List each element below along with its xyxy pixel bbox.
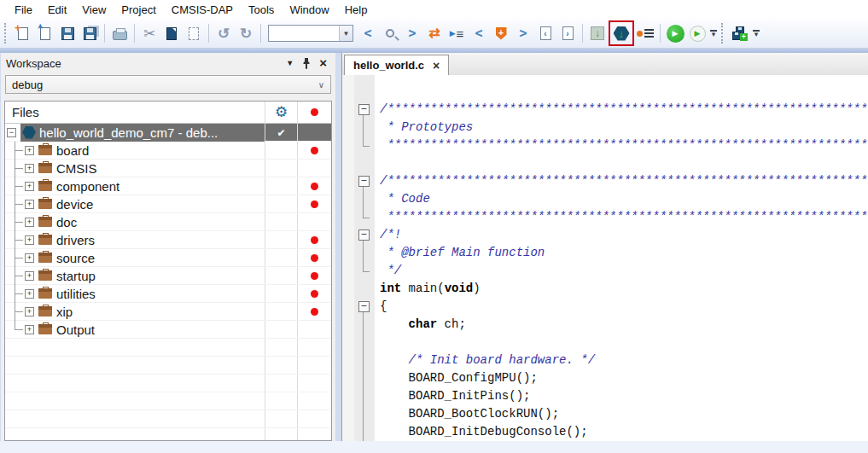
tab-close-icon[interactable]: × <box>433 61 440 71</box>
find-next-button[interactable]: > <box>401 22 423 44</box>
menu-tools[interactable]: Tools <box>241 2 282 18</box>
quick-search-dropdown[interactable]: ▼ <box>339 26 352 41</box>
toolbar-overflow-button[interactable] <box>710 30 717 37</box>
quick-search-input[interactable] <box>269 26 339 40</box>
open-document-button[interactable] <box>34 22 56 44</box>
tree-row[interactable]: utilities <box>5 285 331 303</box>
fold-marker[interactable] <box>342 405 375 423</box>
toolbar2-overflow-button[interactable] <box>753 30 760 37</box>
save-all-button[interactable] <box>79 22 101 44</box>
menu-project[interactable]: Project <box>114 2 163 18</box>
tree-row[interactable]: device <box>5 195 331 213</box>
paste-button[interactable] <box>183 22 205 44</box>
fold-marker[interactable] <box>342 136 375 154</box>
toolbar2-grip[interactable] <box>721 23 726 44</box>
tree-row[interactable]: startup <box>5 267 331 285</box>
fold-marker[interactable] <box>342 208 375 226</box>
find-previous-button[interactable]: < <box>357 22 379 44</box>
expand-toggle-icon[interactable] <box>25 271 34 281</box>
new-document-button[interactable] <box>12 22 34 44</box>
next-bookmark-button[interactable]: › <box>556 22 579 44</box>
tab-hello-world-c[interactable]: hello_world.c × <box>344 55 449 75</box>
collapse-toggle-icon[interactable] <box>7 128 16 137</box>
fold-marker[interactable] <box>342 334 375 351</box>
fold-marker[interactable] <box>342 280 375 298</box>
toolbar-grip[interactable] <box>4 23 9 44</box>
expand-toggle-icon[interactable] <box>25 289 34 299</box>
expand-toggle-icon[interactable] <box>25 325 34 334</box>
configuration-dropdown[interactable]: debug ∨ <box>5 75 331 94</box>
workspace-menu-icon[interactable]: ▼ <box>286 59 294 67</box>
fold-marker[interactable] <box>342 154 375 172</box>
fold-marker[interactable] <box>342 387 375 405</box>
go-to-button[interactable]: ▶≡ <box>446 22 468 44</box>
tree-row[interactable]: drivers <box>5 231 331 249</box>
gear-icon[interactable]: ⚙ <box>275 105 288 119</box>
expand-toggle-icon[interactable] <box>25 200 34 209</box>
run-button[interactable]: ▶ <box>664 22 686 44</box>
tree-row[interactable]: doc <box>5 213 331 231</box>
redo-icon: ↻ <box>240 26 252 41</box>
tree-connector <box>10 321 25 339</box>
menu-view[interactable]: View <box>74 2 114 18</box>
save-button[interactable] <box>56 22 79 44</box>
menu-cmsis-dap[interactable]: CMSIS-DAP <box>164 2 241 18</box>
expand-toggle-icon[interactable] <box>25 182 34 191</box>
fold-marker[interactable] <box>342 369 375 387</box>
pin-icon[interactable] <box>302 58 311 69</box>
fold-marker[interactable] <box>342 226 375 244</box>
debug-without-downloading-button[interactable] <box>634 22 656 44</box>
download-and-debug-button[interactable]: ↓ <box>612 24 631 43</box>
copy-button[interactable] <box>160 22 183 44</box>
go-to-list-icon: ▶≡ <box>450 26 464 41</box>
expand-toggle-icon[interactable] <box>25 307 34 317</box>
fold-marker[interactable] <box>342 244 375 262</box>
quick-search-combo[interactable]: ▼ <box>268 25 353 42</box>
tree-row[interactable]: board <box>5 142 331 160</box>
tree-row[interactable]: component <box>5 177 331 195</box>
fold-marker[interactable] <box>342 172 375 190</box>
cut-button[interactable]: ✂ <box>138 22 160 44</box>
tree-row[interactable]: source <box>5 249 331 267</box>
undo-button[interactable]: ↺ <box>213 22 235 44</box>
fold-marker[interactable] <box>342 262 375 280</box>
fold-marker[interactable] <box>342 298 375 316</box>
expand-toggle-icon[interactable] <box>25 164 34 173</box>
navigate-swap-button[interactable]: ⇄ <box>423 22 446 44</box>
expand-toggle-icon[interactable] <box>25 253 34 263</box>
toggle-bookmark-button[interactable] <box>490 22 512 44</box>
tree-row[interactable]: xip <box>5 303 331 321</box>
menu-edit[interactable]: Edit <box>40 2 74 18</box>
menu-file[interactable]: File <box>7 2 40 18</box>
panel-splitter[interactable] <box>335 53 341 441</box>
fold-marker[interactable] <box>342 101 375 119</box>
tree-row[interactable]: CMSIS <box>5 160 331 177</box>
tree-row-empty <box>5 428 331 441</box>
bookmark-shield-icon <box>496 27 507 40</box>
menu-window[interactable]: Window <box>282 2 336 18</box>
previous-bookmark-button[interactable]: ‹ <box>534 22 556 44</box>
expand-toggle-icon[interactable] <box>25 146 34 155</box>
navigate-forward-button[interactable]: > <box>512 22 534 44</box>
folder-icon <box>38 163 52 173</box>
redo-button[interactable]: ↻ <box>235 22 257 44</box>
fold-marker[interactable] <box>342 316 375 334</box>
navigate-back-button[interactable]: < <box>468 22 490 44</box>
close-panel-icon[interactable]: × <box>319 58 327 68</box>
fold-marker[interactable] <box>342 423 375 441</box>
tree-row[interactable]: Output <box>5 321 331 339</box>
code-editor[interactable]: /***************************************… <box>342 75 868 441</box>
fold-marker[interactable] <box>342 351 375 369</box>
expand-toggle-icon[interactable] <box>25 218 34 227</box>
fold-marker[interactable] <box>342 190 375 208</box>
menu-help[interactable]: Help <box>337 2 376 18</box>
tree-row-project[interactable]: hello_world_demo_cm7 - deb... <box>5 124 331 142</box>
paste-icon <box>189 27 199 40</box>
print-button[interactable] <box>108 22 131 44</box>
download-button[interactable]: ↓ <box>586 22 609 44</box>
expand-toggle-icon[interactable] <box>25 235 34 245</box>
run-alt-button[interactable]: ▶ <box>686 22 708 44</box>
find-button[interactable] <box>379 22 401 44</box>
fold-marker[interactable] <box>342 119 375 136</box>
make-button[interactable]: + <box>729 22 751 44</box>
